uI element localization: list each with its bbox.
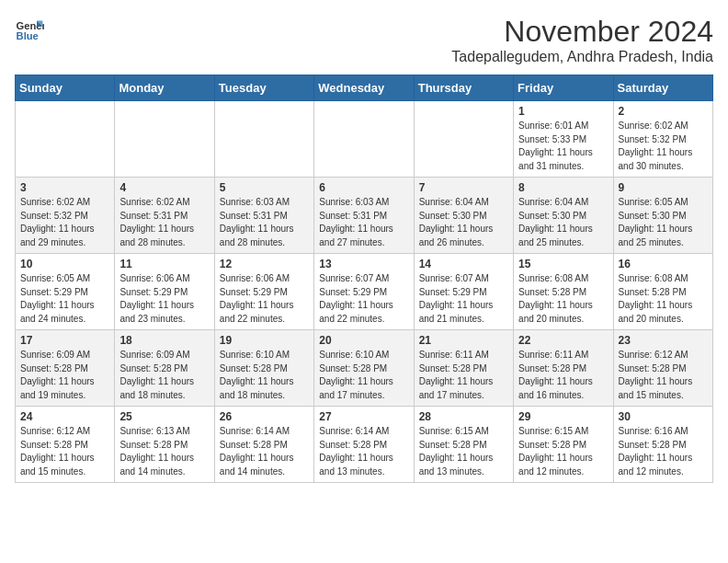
calendar-cell: 25Sunrise: 6:13 AMSunset: 5:28 PMDayligh…: [115, 407, 214, 483]
day-number: 12: [220, 258, 309, 270]
calendar-cell: 2Sunrise: 6:02 AMSunset: 5:32 PMDaylight…: [613, 101, 712, 178]
calendar-week-row: 3Sunrise: 6:02 AMSunset: 5:32 PMDaylight…: [16, 178, 713, 254]
calendar-week-row: 1Sunrise: 6:01 AMSunset: 5:33 PMDaylight…: [16, 101, 713, 178]
day-info: Sunrise: 6:02 AMSunset: 5:31 PMDaylight:…: [119, 196, 209, 249]
day-number: 28: [419, 410, 508, 423]
calendar-week-row: 24Sunrise: 6:12 AMSunset: 5:28 PMDayligh…: [16, 407, 713, 483]
day-number: 9: [619, 181, 708, 194]
day-info: Sunrise: 6:10 AMSunset: 5:28 PMDaylight:…: [319, 349, 408, 402]
day-info: Sunrise: 6:14 AMSunset: 5:28 PMDaylight:…: [319, 425, 408, 478]
calendar-cell: 27Sunrise: 6:14 AMSunset: 5:28 PMDayligh…: [314, 407, 414, 483]
calendar-cell: [414, 101, 513, 178]
weekday-header: Sunday: [16, 75, 115, 101]
calendar-cell: 14Sunrise: 6:07 AMSunset: 5:29 PMDayligh…: [414, 254, 513, 330]
day-number: 21: [419, 334, 508, 347]
calendar-cell: 30Sunrise: 6:16 AMSunset: 5:28 PMDayligh…: [613, 407, 712, 483]
day-number: 29: [518, 410, 608, 423]
month-title: November 2024: [451, 15, 713, 49]
day-number: 18: [119, 334, 209, 347]
calendar-cell: 23Sunrise: 6:12 AMSunset: 5:28 PMDayligh…: [613, 330, 712, 407]
calendar-cell: 12Sunrise: 6:06 AMSunset: 5:29 PMDayligh…: [214, 254, 313, 330]
day-info: Sunrise: 6:01 AMSunset: 5:33 PMDaylight:…: [518, 120, 608, 173]
day-number: 23: [619, 334, 708, 347]
day-number: 13: [319, 258, 408, 270]
day-number: 22: [518, 334, 608, 347]
weekday-header: Saturday: [613, 75, 712, 101]
calendar-cell: 19Sunrise: 6:10 AMSunset: 5:28 PMDayligh…: [214, 330, 313, 407]
calendar-cell: 28Sunrise: 6:15 AMSunset: 5:28 PMDayligh…: [414, 407, 513, 483]
calendar-cell: 17Sunrise: 6:09 AMSunset: 5:28 PMDayligh…: [16, 330, 115, 407]
day-info: Sunrise: 6:02 AMSunset: 5:32 PMDaylight:…: [619, 120, 708, 173]
day-number: 10: [20, 258, 109, 270]
location-title: Tadepallegudem, Andhra Pradesh, India: [451, 49, 713, 65]
day-info: Sunrise: 6:11 AMSunset: 5:28 PMDaylight:…: [518, 349, 608, 402]
weekday-header: Monday: [115, 75, 214, 101]
day-info: Sunrise: 6:13 AMSunset: 5:28 PMDaylight:…: [119, 425, 209, 478]
title-area: November 2024 Tadepallegudem, Andhra Pra…: [451, 15, 713, 65]
calendar-cell: 18Sunrise: 6:09 AMSunset: 5:28 PMDayligh…: [115, 330, 214, 407]
day-info: Sunrise: 6:10 AMSunset: 5:28 PMDaylight:…: [220, 349, 309, 402]
day-number: 6: [319, 181, 408, 194]
day-info: Sunrise: 6:15 AMSunset: 5:28 PMDaylight:…: [518, 425, 608, 478]
calendar-cell: 29Sunrise: 6:15 AMSunset: 5:28 PMDayligh…: [514, 407, 613, 483]
calendar-cell: 4Sunrise: 6:02 AMSunset: 5:31 PMDaylight…: [115, 178, 214, 254]
day-info: Sunrise: 6:03 AMSunset: 5:31 PMDaylight:…: [220, 196, 309, 249]
calendar-cell: 5Sunrise: 6:03 AMSunset: 5:31 PMDaylight…: [214, 178, 313, 254]
calendar-table: SundayMondayTuesdayWednesdayThursdayFrid…: [15, 75, 713, 483]
day-info: Sunrise: 6:09 AMSunset: 5:28 PMDaylight:…: [20, 349, 109, 402]
calendar-cell: 21Sunrise: 6:11 AMSunset: 5:28 PMDayligh…: [414, 330, 513, 407]
day-info: Sunrise: 6:14 AMSunset: 5:28 PMDaylight:…: [220, 425, 309, 478]
day-info: Sunrise: 6:08 AMSunset: 5:28 PMDaylight:…: [619, 272, 708, 326]
weekday-header: Wednesday: [314, 75, 414, 101]
day-number: 11: [119, 258, 209, 270]
day-info: Sunrise: 6:11 AMSunset: 5:28 PMDaylight:…: [419, 349, 508, 402]
day-info: Sunrise: 6:06 AMSunset: 5:29 PMDaylight:…: [119, 272, 209, 326]
calendar-cell: 3Sunrise: 6:02 AMSunset: 5:32 PMDaylight…: [16, 178, 115, 254]
day-info: Sunrise: 6:04 AMSunset: 5:30 PMDaylight:…: [518, 196, 608, 249]
day-number: 25: [119, 410, 209, 423]
weekday-header: Tuesday: [214, 75, 313, 101]
calendar-cell: 20Sunrise: 6:10 AMSunset: 5:28 PMDayligh…: [314, 330, 414, 407]
calendar-cell: [115, 101, 214, 178]
day-info: Sunrise: 6:07 AMSunset: 5:29 PMDaylight:…: [319, 272, 408, 326]
day-number: 19: [220, 334, 309, 347]
day-number: 14: [419, 258, 508, 270]
day-info: Sunrise: 6:06 AMSunset: 5:29 PMDaylight:…: [220, 272, 309, 326]
day-info: Sunrise: 6:07 AMSunset: 5:29 PMDaylight:…: [419, 272, 508, 326]
weekday-header: Thursday: [414, 75, 513, 101]
calendar-cell: 6Sunrise: 6:03 AMSunset: 5:31 PMDaylight…: [314, 178, 414, 254]
day-info: Sunrise: 6:12 AMSunset: 5:28 PMDaylight:…: [20, 425, 109, 478]
day-info: Sunrise: 6:05 AMSunset: 5:30 PMDaylight:…: [619, 196, 708, 249]
calendar-week-row: 17Sunrise: 6:09 AMSunset: 5:28 PMDayligh…: [16, 330, 713, 407]
calendar-cell: 15Sunrise: 6:08 AMSunset: 5:28 PMDayligh…: [514, 254, 613, 330]
calendar-cell: 8Sunrise: 6:04 AMSunset: 5:30 PMDaylight…: [514, 178, 613, 254]
calendar-cell: 9Sunrise: 6:05 AMSunset: 5:30 PMDaylight…: [613, 178, 712, 254]
calendar-cell: [214, 101, 313, 178]
day-info: Sunrise: 6:04 AMSunset: 5:30 PMDaylight:…: [419, 196, 508, 249]
calendar-cell: 24Sunrise: 6:12 AMSunset: 5:28 PMDayligh…: [16, 407, 115, 483]
day-number: 1: [518, 105, 608, 118]
logo: General Blue: [15, 15, 44, 44]
weekday-header: Friday: [514, 75, 613, 101]
day-info: Sunrise: 6:12 AMSunset: 5:28 PMDaylight:…: [619, 349, 708, 402]
calendar-cell: 26Sunrise: 6:14 AMSunset: 5:28 PMDayligh…: [214, 407, 313, 483]
calendar-cell: 22Sunrise: 6:11 AMSunset: 5:28 PMDayligh…: [514, 330, 613, 407]
calendar-cell: [314, 101, 414, 178]
day-number: 2: [619, 105, 708, 118]
day-number: 17: [20, 334, 109, 347]
day-number: 30: [619, 410, 708, 423]
calendar-cell: 10Sunrise: 6:05 AMSunset: 5:29 PMDayligh…: [16, 254, 115, 330]
day-number: 15: [518, 258, 608, 270]
day-info: Sunrise: 6:03 AMSunset: 5:31 PMDaylight:…: [319, 196, 408, 249]
day-number: 26: [220, 410, 309, 423]
svg-text:Blue: Blue: [17, 30, 39, 41]
day-number: 4: [119, 181, 209, 194]
calendar-cell: 7Sunrise: 6:04 AMSunset: 5:30 PMDaylight…: [414, 178, 513, 254]
day-info: Sunrise: 6:15 AMSunset: 5:28 PMDaylight:…: [419, 425, 508, 478]
day-number: 20: [319, 334, 408, 347]
day-info: Sunrise: 6:08 AMSunset: 5:28 PMDaylight:…: [518, 272, 608, 326]
day-number: 8: [518, 181, 608, 194]
day-info: Sunrise: 6:09 AMSunset: 5:28 PMDaylight:…: [119, 349, 209, 402]
day-info: Sunrise: 6:05 AMSunset: 5:29 PMDaylight:…: [20, 272, 109, 326]
day-info: Sunrise: 6:02 AMSunset: 5:32 PMDaylight:…: [20, 196, 109, 249]
